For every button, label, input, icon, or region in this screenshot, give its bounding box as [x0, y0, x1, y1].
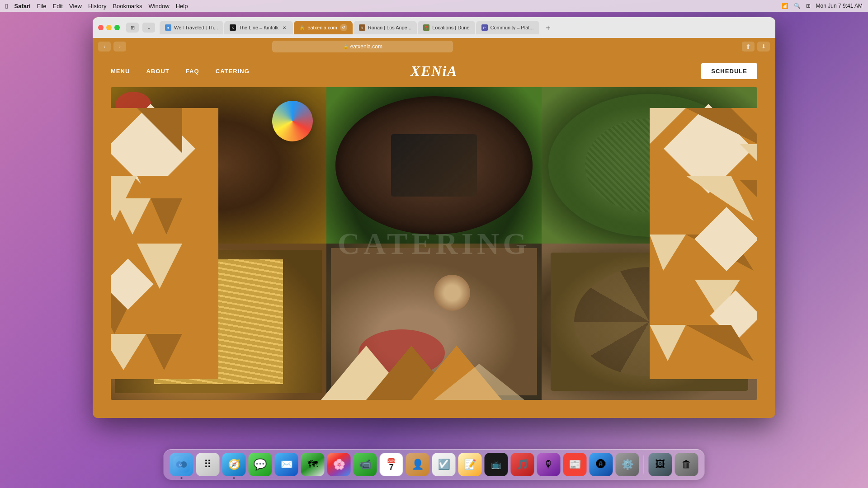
nav-about[interactable]: ABOUT	[146, 68, 169, 75]
edit-menu[interactable]: Edit	[53, 3, 63, 9]
address-field[interactable]: 🔒 eatxenia.com	[272, 41, 453, 52]
tab-close-2[interactable]: ✕	[281, 24, 288, 31]
control-center-icon[interactable]: ⊞	[806, 3, 811, 9]
food-cell-6	[542, 244, 757, 400]
dock-preview[interactable]: 🖼	[649, 453, 672, 476]
minimize-button[interactable]	[106, 25, 112, 30]
tab-overview[interactable]: ⌄	[142, 23, 155, 33]
sidebar-toggle[interactable]: ⊞	[126, 23, 139, 33]
app-name[interactable]: Safari	[14, 3, 30, 9]
trash-icon-glyph: 🗑	[682, 459, 692, 470]
facetime-icon-glyph: 📹	[359, 459, 371, 470]
dock-active-dot	[181, 477, 183, 479]
salad-texture	[585, 118, 714, 212]
close-button[interactable]	[98, 25, 104, 30]
window-menu[interactable]: Window	[148, 3, 169, 9]
dock-reminders[interactable]: ☑️	[432, 453, 456, 476]
dock-appstore[interactable]: 🅐	[590, 453, 613, 476]
schedule-button[interactable]: SCHEDULE	[701, 63, 757, 79]
dock-finder[interactable]: ☺	[170, 453, 193, 476]
maps-icon-glyph: 🗺	[308, 459, 318, 470]
safari-icon-glyph: 🧭	[228, 459, 240, 470]
address-bar: ‹ › 🔒 eatxenia.com ⬆ ⬇	[93, 38, 775, 55]
safari-window: ⊞ ⌄ ● Well Traveled | Th... K The Line –…	[93, 17, 775, 418]
tab-community[interactable]: P Community – Plat...	[476, 21, 539, 34]
forward-button[interactable]: ›	[113, 42, 126, 52]
nav-faq[interactable]: FAQ	[186, 68, 199, 75]
preview-icon-glyph: 🖼	[656, 459, 665, 470]
wifi-icon[interactable]: 📶	[782, 3, 788, 9]
history-menu[interactable]: History	[88, 3, 106, 9]
main-plate	[331, 248, 538, 395]
apple-menu[interactable]: 	[5, 2, 8, 10]
dock-safari[interactable]: 🧭	[222, 453, 246, 476]
calendar-month: JUN	[388, 458, 395, 463]
tab-title-4: Ronan | Los Ange...	[368, 25, 411, 30]
launchpad-icon-glyph: ⠿	[204, 458, 212, 471]
logo-text: XENiA	[410, 63, 458, 79]
dock-facetime[interactable]: 📹	[354, 453, 377, 476]
red-sauce	[115, 92, 151, 119]
tab-well-traveled[interactable]: ● Well Traveled | Th...	[160, 21, 223, 34]
nav-links: MENU ABOUT FAQ CATERING	[111, 68, 250, 75]
dock-mail[interactable]: ✉️	[275, 453, 298, 476]
tab-ronan[interactable]: R Ronan | Los Ange...	[354, 21, 417, 34]
music-icon-glyph: 🎵	[516, 459, 528, 470]
bookmarks-menu[interactable]: Bookmarks	[113, 3, 142, 9]
tab-title-1: Well Traveled | Th...	[174, 25, 218, 30]
tab-eatxenia[interactable]: 🔒 eatxenia.com ↺	[294, 21, 352, 34]
catering-overlay: CateRinG	[338, 226, 531, 262]
food-cell-3	[542, 87, 757, 244]
address-lock-icon: 🔒	[343, 44, 349, 49]
tab-dune[interactable]: 📍 Locations | Dune	[418, 21, 475, 34]
safari-chrome: ⊞ ⌄ ● Well Traveled | Th... K The Line –…	[93, 17, 775, 38]
dock-calendar[interactable]: JUN 7	[380, 453, 403, 476]
search-icon[interactable]: 🔍	[794, 3, 801, 9]
nav-catering[interactable]: CATERING	[216, 68, 250, 75]
share-button[interactable]: ⬆	[742, 42, 755, 52]
dock-maps[interactable]: 🗺	[301, 453, 325, 476]
dock-safari-dot	[233, 477, 235, 479]
tab-favicon-6: P	[481, 24, 488, 31]
new-tab-button[interactable]: +	[542, 22, 555, 34]
dock-notes[interactable]: 📝	[458, 453, 482, 476]
dock-photos[interactable]: 🌸	[327, 453, 351, 476]
food-cell-2	[326, 87, 542, 244]
nav-menu[interactable]: MENU	[111, 68, 130, 75]
tab-title-6: Community – Plat...	[491, 25, 534, 30]
food-cell-5	[326, 244, 542, 400]
dock-systemprefs[interactable]: ⚙️	[616, 453, 639, 476]
download-button[interactable]: ⬇	[757, 42, 770, 52]
dock: ☺ ⠿ 🧭 💬 ✉️ 🗺 🌸 📹 JUN 7 👤	[164, 449, 705, 480]
dock-divider	[644, 455, 644, 474]
dock-appletv[interactable]: 📺	[485, 453, 508, 476]
site-logo: XENiA	[410, 63, 458, 80]
dock-contacts[interactable]: 👤	[406, 453, 429, 476]
tab-favicon-2: K	[230, 24, 236, 31]
file-menu[interactable]: File	[37, 3, 47, 9]
back-button[interactable]: ‹	[98, 42, 111, 52]
address-url: eatxenia.com	[350, 43, 382, 50]
tab-title-3: eatxenia.com	[307, 25, 337, 30]
tab-kinfolk[interactable]: K The Line – Kinfolk ✕	[224, 21, 293, 34]
dock-launchpad[interactable]: ⠿	[196, 453, 220, 476]
fullscreen-button[interactable]	[114, 25, 120, 30]
news-icon-glyph: 📰	[569, 459, 581, 470]
contacts-icon-glyph: 👤	[411, 459, 424, 470]
help-menu[interactable]: Help	[176, 3, 188, 9]
appletv-icon-glyph: 📺	[491, 460, 501, 469]
tab-favicon-4: R	[359, 24, 365, 31]
finder-icon: ☺	[174, 456, 190, 473]
dock-messages[interactable]: 💬	[249, 453, 272, 476]
dock-music[interactable]: 🎵	[511, 453, 534, 476]
view-menu[interactable]: View	[69, 3, 82, 9]
dock-trash[interactable]: 🗑	[675, 453, 698, 476]
traffic-lights	[98, 25, 120, 30]
calendar-icon-content: JUN 7	[388, 458, 395, 471]
food-cell-1	[111, 87, 326, 244]
settings-icon-glyph: ⚙️	[621, 459, 633, 470]
tab-favicon-1: ●	[165, 24, 171, 31]
tab-reload-btn[interactable]: ↺	[340, 24, 347, 31]
dock-podcasts[interactable]: 🎙	[537, 453, 561, 476]
dock-news[interactable]: 📰	[563, 453, 587, 476]
